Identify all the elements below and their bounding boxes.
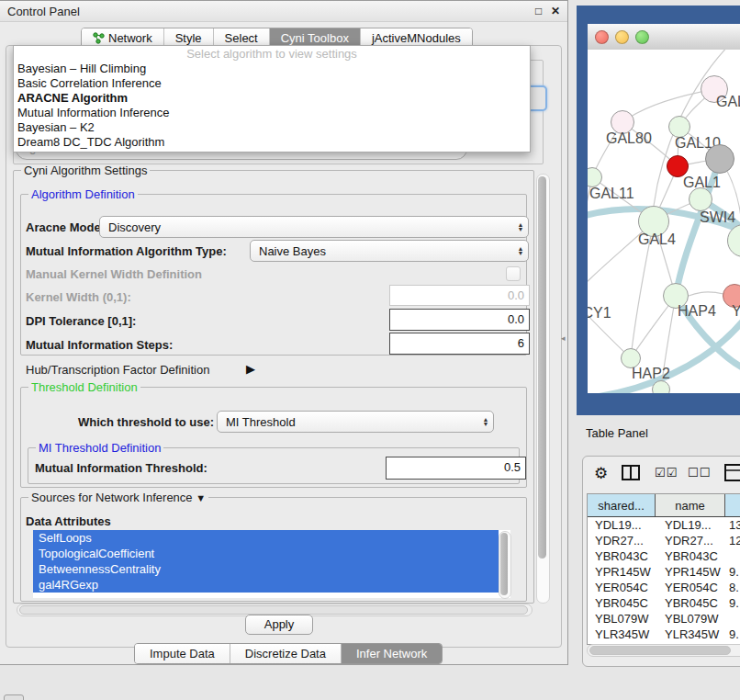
table-cell: 13 (725, 517, 740, 533)
table-cell: 8. (725, 580, 740, 595)
settings-vscroll-thumb[interactable] (538, 176, 546, 559)
table-horizontal-scrollbar[interactable] (587, 644, 740, 657)
table-icon[interactable] (724, 464, 740, 481)
combo-arrows-icon: ▲▼ (478, 417, 493, 426)
cyni-settings-title: Cyni Algorithm Settings (21, 164, 150, 177)
zoom-traffic-light[interactable] (635, 30, 649, 44)
table-row[interactable]: YPR145WYPR145W9. (588, 564, 740, 580)
mi-type-combo[interactable]: Naive Bayes ▲▼ (250, 240, 529, 262)
data-attributes-label: Data Attributes (26, 514, 111, 528)
table-row[interactable]: YDR27...YDR27...12 (588, 533, 740, 548)
close-window-icon[interactable]: ✕ (551, 5, 560, 17)
mi-steps-field[interactable]: 6 (389, 333, 530, 355)
node-label: GCY1 (588, 305, 611, 322)
which-threshold-label: Which threshold to use: (78, 415, 214, 429)
attributes-scroll-thumb[interactable] (500, 533, 508, 595)
table-cell: YER054C (588, 580, 656, 595)
table-row[interactable]: YLR345WYLR345W9. (588, 627, 740, 642)
columns-icon[interactable] (622, 465, 640, 480)
network-node[interactable] (652, 380, 670, 393)
dpi-tolerance-field[interactable]: 0.0 (389, 309, 530, 331)
table-rows: YDL19...YDL19...13YDR27...YDR27...12YBR0… (588, 517, 740, 644)
gear-icon[interactable]: ⚙ (594, 464, 608, 483)
threshold-definition-title: Threshold Definition (28, 380, 140, 394)
which-threshold-combo[interactable]: MI Threshold ▲▼ (217, 411, 494, 433)
table-cell: YPR145W (588, 564, 656, 580)
table-cell: YBL079W (656, 611, 725, 627)
network-icon (93, 32, 105, 44)
algorithm-option[interactable]: Bayesian – Hill Climbing (14, 62, 530, 76)
attribute-item[interactable]: TopologicalCoefficient (33, 546, 499, 561)
algorithm-option[interactable]: Basic Correlation Inference (14, 76, 530, 91)
table-cell: 12 (725, 533, 740, 548)
table-header-row: shared... name (588, 494, 740, 517)
window-grip[interactable] (4, 694, 24, 700)
collapse-down-arrow-icon[interactable]: ▼ (196, 492, 206, 503)
screenshot-root: Control Panel □ ✕ Network Style Select C… (0, 0, 740, 700)
algorithm-option[interactable]: Bayesian – K2 (14, 120, 530, 135)
apply-button[interactable]: Apply (245, 615, 313, 635)
tab-infer-network[interactable]: Infer Network (341, 644, 442, 663)
algorithm-dropdown-popup: Select algorithm to view settings Bayesi… (13, 45, 531, 152)
network-canvas[interactable]: GAL GAL80 GAL10 GAL1 GAL11 SWI4 GAL4 GCY… (588, 50, 740, 393)
settings-hscroll-thumb[interactable] (19, 605, 528, 615)
network-node[interactable] (689, 187, 712, 211)
deselect-all-icon[interactable]: ☐☐ (688, 466, 711, 480)
table-hscroll-thumb[interactable] (589, 646, 731, 655)
table-row[interactable]: YBR045CYBR045C9. (588, 595, 740, 611)
table-cell: YBR043C (656, 548, 725, 564)
table-row[interactable]: YDL19...YDL19...13 (588, 517, 740, 533)
attribute-item[interactable]: gal4RGexp (33, 577, 499, 593)
tab-impute-data[interactable]: Impute Data (135, 644, 230, 663)
attribute-item[interactable]: SelfLoops (33, 530, 499, 546)
panel-collapse-arrow[interactable]: ◂ (561, 333, 566, 343)
mi-threshold-field[interactable]: 0.5 (386, 457, 526, 480)
manual-kernel-checkbox[interactable] (506, 266, 521, 281)
network-window-titlebar[interactable] (588, 24, 740, 51)
table-cell: YLR345W (588, 627, 656, 642)
table-cell: YDL19... (588, 517, 656, 533)
node-label: Y (732, 303, 740, 320)
tab-discretize-data[interactable]: Discretize Data (230, 644, 341, 663)
float-window-icon[interactable]: □ (535, 5, 542, 17)
control-panel-title: Control Panel (7, 5, 80, 18)
attributes-scrollbar[interactable] (499, 531, 511, 599)
algorithm-option[interactable]: Dream8 DC_TDC Algorithm (14, 135, 530, 150)
table-cell: YDR27... (588, 533, 656, 548)
table-cell: YLR345W (656, 627, 725, 642)
node-label: GAL11 (589, 186, 634, 202)
close-traffic-light[interactable] (595, 30, 609, 44)
table-row[interactable]: YER054CYER054C8. (588, 580, 740, 595)
algorithm-option[interactable]: Mutual Information Inference (14, 106, 530, 120)
algorithm-definition-title: Algorithm Definition (28, 187, 138, 201)
table-row[interactable]: YBL079WYBL079W (588, 611, 740, 627)
kernel-width-label: Kernel Width (0,1): (26, 290, 131, 304)
settings-vertical-scrollbar[interactable] (536, 174, 550, 604)
column-header-name[interactable]: name (656, 494, 725, 516)
mi-threshold-group-title: MI Threshold Definition (36, 441, 163, 455)
node-label: GAL4 (638, 231, 676, 248)
kernel-width-field[interactable]: 0.0 (389, 285, 530, 306)
attribute-item[interactable]: BetweennessCentrality (33, 561, 499, 577)
column-header-shared[interactable]: shared... (588, 494, 656, 516)
algorithm-option[interactable]: ARACNE Algorithm (14, 91, 530, 106)
network-node-gray[interactable] (705, 144, 734, 174)
column-header-partial[interactable] (725, 494, 740, 516)
hub-section-label[interactable]: Hub/Transcription Factor Definition (26, 363, 209, 377)
table-cell: YER054C (656, 580, 725, 595)
data-attributes-list: SelfLoopsTopologicalCoefficientBetweenne… (33, 530, 510, 598)
table-row[interactable]: YBR043CYBR043C (588, 548, 740, 564)
table-cell (725, 548, 740, 564)
control-panel-titlebar[interactable]: Control Panel □ ✕ (0, 1, 567, 22)
node-label: HAP4 (678, 303, 716, 320)
minimize-traffic-light[interactable] (615, 30, 629, 44)
expand-right-arrow-icon[interactable]: ▶ (246, 362, 255, 376)
mi-type-label: Mutual Information Algorithm Type: (26, 244, 227, 258)
combo-arrows-icon: ▲▼ (513, 222, 528, 231)
aracne-mode-label: Aracne Mode: (26, 220, 105, 234)
table-cell: YDL19... (656, 517, 725, 533)
select-all-icon[interactable]: ☑☑ (655, 466, 678, 480)
node-label: GAL (716, 94, 740, 110)
aracne-mode-combo[interactable]: Discovery ▲▼ (99, 216, 529, 238)
node-table: shared... name YDL19...YDL19...13YDR27..… (587, 493, 740, 645)
